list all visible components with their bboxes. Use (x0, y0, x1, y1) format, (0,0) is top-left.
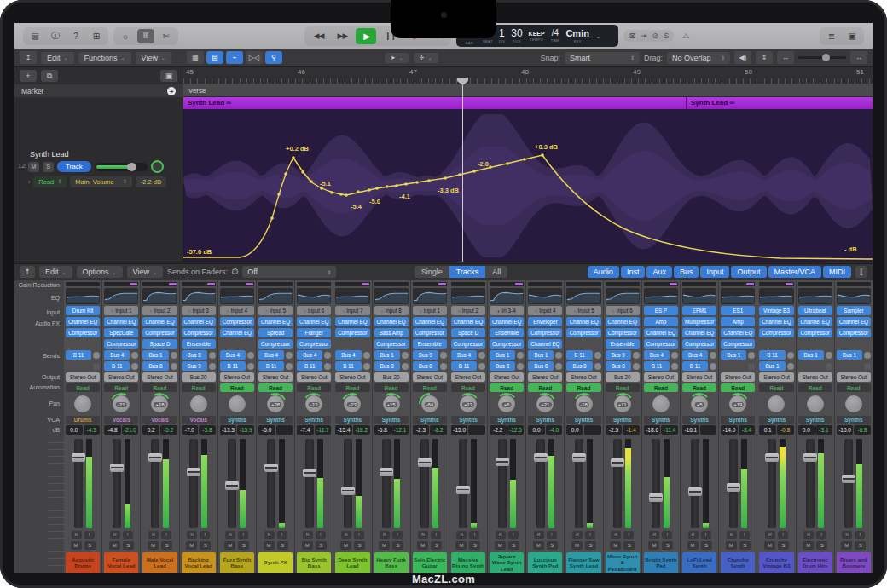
vca-assignment[interactable]: Synths (374, 416, 409, 424)
fader-handle[interactable] (341, 487, 355, 495)
fader-value[interactable]: -6.8 (374, 425, 391, 435)
mute-button[interactable]: M (340, 541, 351, 550)
eq-thumbnail[interactable] (606, 288, 640, 304)
send-bus[interactable]: Bus 4 (297, 350, 322, 360)
audio-fx-slot[interactable]: Channel EQ (490, 317, 524, 326)
eq-thumbnail[interactable] (142, 288, 177, 304)
track-name-tag[interactable]: Electronic Drum Hits (798, 552, 832, 573)
mute-button[interactable]: M (264, 541, 275, 550)
replace-icon[interactable]: ⊠ (629, 32, 635, 40)
solo-button[interactable]: S (354, 541, 365, 550)
record-enable-button[interactable]: R (303, 531, 313, 539)
audio-fx-slot[interactable]: Flanger (297, 328, 331, 337)
track-name-tag[interactable]: Fuzz Synth Bass (220, 552, 254, 573)
automation-point-label[interactable]: -4.1 (399, 193, 410, 200)
fader-handle[interactable] (727, 483, 740, 492)
audio-fx-slot[interactable]: Channel EQ (104, 317, 138, 326)
audio-fx-slot[interactable]: Channel EQ (297, 317, 331, 326)
send-bus[interactable]: Bus 4 (644, 350, 670, 360)
pan-knob[interactable]: +18 (151, 395, 168, 412)
send-knob[interactable] (402, 352, 409, 359)
pan-control[interactable] (759, 394, 793, 414)
automation-mode-dropdown[interactable]: Read⇕ (33, 176, 67, 187)
automation-mode-button[interactable]: Read (104, 383, 138, 392)
input-slot[interactable]: EFM1 (682, 306, 716, 315)
fader-handle[interactable] (803, 453, 817, 462)
snap-dropdown[interactable]: Smart⇕ (565, 52, 640, 64)
vca-assignment[interactable]: Synths (798, 416, 832, 424)
track-name-tag[interactable]: LoFi Lead Synth (682, 552, 716, 573)
solo-button[interactable]: S (816, 541, 827, 550)
bar-ruler[interactable]: 45464748495051 (183, 67, 873, 84)
send-knob[interactable] (594, 352, 601, 359)
mute-button[interactable]: M (648, 541, 659, 550)
output-slot[interactable]: Bus 20 (606, 372, 640, 382)
output-slot[interactable]: Stereo Out (66, 372, 100, 382)
input-monitor-button[interactable]: I (508, 531, 519, 539)
input-monitor-button[interactable]: I (84, 531, 95, 539)
pan-knob[interactable]: +21 (536, 395, 554, 412)
fader-value[interactable]: -7.0 (182, 425, 199, 435)
automation-mode-button[interactable]: Read (644, 383, 678, 392)
record-enable-button[interactable]: R (688, 531, 699, 539)
channel-strip-2[interactable]: ○Input 1Channel EQSpecGateCompressorBus … (102, 280, 140, 573)
input-monitor-button[interactable]: I (778, 531, 788, 539)
fader-track[interactable] (844, 439, 853, 528)
send-knob[interactable] (710, 363, 716, 370)
list-editors-icon[interactable]: ≣ (823, 29, 840, 43)
drag-dropdown[interactable]: No Overlap⇕ (667, 52, 730, 64)
track-name-tag[interactable]: Big Synth Bass (297, 552, 331, 573)
audio-fx-slot[interactable]: Channel EQ (721, 328, 755, 337)
track-name-tag[interactable]: Crunchy Synth (721, 552, 755, 573)
send-knob[interactable] (93, 352, 100, 359)
record-enable-button[interactable]: R (456, 531, 467, 539)
send-knob[interactable] (787, 363, 794, 370)
zoom-slider[interactable] (798, 56, 846, 59)
input-monitor-button[interactable]: I (547, 531, 557, 539)
fader-handle[interactable] (842, 475, 855, 483)
cycle-range-icon[interactable]: ▷◁ (246, 51, 263, 64)
fader-value[interactable]: -15.0 (451, 425, 468, 435)
pan-control[interactable] (837, 394, 871, 414)
audio-fx-slot[interactable]: Compressor (837, 328, 871, 337)
track-name-tag[interactable]: Male Vocal Lead (142, 552, 177, 573)
fader-value[interactable]: -4.8 (104, 425, 121, 435)
send-knob[interactable] (324, 352, 331, 359)
record-enable-button[interactable]: R (148, 531, 159, 539)
automation-mode-button[interactable]: Read (798, 383, 832, 392)
fader-handle[interactable] (418, 458, 432, 467)
send-bus[interactable]: Bus 8 (490, 361, 515, 371)
input-slot[interactable]: ○Input 5 (258, 306, 293, 315)
vca-assignment[interactable]: Drums (66, 416, 100, 424)
output-slot[interactable]: Stereo Out (258, 372, 293, 382)
send-knob[interactable] (864, 352, 871, 359)
region-header[interactable]: Synth Lead ∞ Synth Lead ∞ (183, 97, 873, 109)
track-header-config-button[interactable]: ▣ (160, 70, 177, 82)
record-enable-button[interactable]: R (418, 531, 428, 539)
sends-on-faders-dropdown[interactable]: Off⇕ (242, 266, 336, 278)
fader-handle[interactable] (534, 453, 548, 462)
peak-value[interactable]: -18.2 (353, 425, 370, 435)
audio-fx-slot[interactable]: Compressor (451, 339, 485, 349)
send-bus[interactable]: Bus 1 (528, 350, 554, 360)
send-knob[interactable] (633, 363, 640, 370)
mute-button[interactable]: M (803, 541, 814, 550)
fader-value[interactable]: 0.2 (142, 425, 159, 435)
audio-fx-slot[interactable]: Compressor (297, 339, 331, 349)
peak-value[interactable]: -6.8 (854, 425, 871, 435)
peak-value[interactable] (468, 425, 485, 435)
pan-knob[interactable]: +15 (383, 395, 400, 412)
vca-assignment[interactable]: Synths (528, 416, 562, 424)
track-solo-button[interactable]: S (43, 162, 54, 172)
output-slot[interactable]: Stereo Out (682, 372, 716, 382)
fader-track[interactable] (113, 439, 121, 528)
automation-point-label[interactable]: -2.0 (478, 160, 489, 168)
input-slot[interactable]: Ultrabeat (798, 306, 832, 315)
send-knob[interactable] (131, 363, 138, 370)
audio-fx-slot[interactable]: Amp (644, 317, 678, 326)
fader-handle[interactable] (303, 469, 316, 477)
output-slot[interactable]: Stereo Out (798, 372, 832, 382)
track-name-tag[interactable]: Luscious Synth Pad (528, 552, 562, 573)
input-monitor-button[interactable]: I (354, 531, 364, 539)
peak-value[interactable]: -11.7 (315, 425, 332, 435)
